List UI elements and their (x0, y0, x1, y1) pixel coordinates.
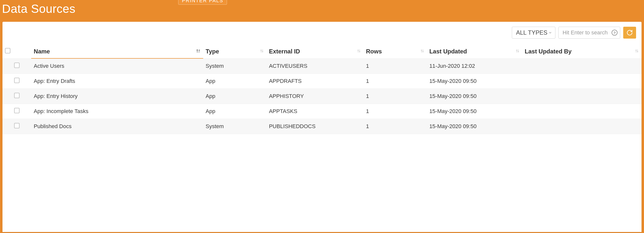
column-header-type[interactable]: Type (203, 43, 266, 59)
chevron-down-icon (548, 31, 552, 35)
column-header-last-updated-by[interactable]: Last Updated By (522, 43, 642, 59)
cell-rows: 1 (364, 89, 427, 104)
sort-icon (196, 48, 201, 53)
cell-last-updated-by (522, 119, 642, 134)
cell-name: Published Docs (31, 119, 203, 134)
help-icon[interactable]: ? (612, 30, 618, 36)
cell-type: App (203, 74, 266, 89)
cell-external-id: APPDRAFTS (266, 74, 364, 89)
cell-last-updated-by (522, 74, 642, 89)
sort-icon (634, 49, 639, 53)
cell-type: App (203, 104, 266, 119)
cell-name: App: Incomplete Tasks (31, 104, 203, 119)
search-field-wrap: ? (558, 27, 620, 39)
row-checkbox[interactable] (14, 108, 20, 113)
row-checkbox[interactable] (14, 63, 20, 68)
sort-icon (357, 49, 361, 53)
column-header-external-id[interactable]: External ID (266, 43, 364, 59)
table-row[interactable]: App: Entry DraftsAppAPPDRAFTS115-May-202… (2, 74, 642, 89)
cell-last-updated: 15-May-2020 09:50 (427, 89, 522, 104)
table-row[interactable]: Published DocsSystemPUBLISHEDDOCS115-May… (2, 119, 642, 134)
cell-external-id: PUBLISHEDDOCS (266, 119, 364, 134)
column-header-name-label: Name (34, 48, 50, 55)
org-badge: PRINTER PALS (178, 0, 227, 5)
column-header-rows[interactable]: Rows (364, 43, 427, 59)
cell-rows: 1 (364, 104, 427, 119)
row-checkbox[interactable] (14, 78, 20, 83)
cell-type: System (203, 59, 266, 74)
table-row[interactable]: Active UsersSystemACTIVEUSERS111-Jun-202… (2, 59, 642, 74)
table-row[interactable]: App: Incomplete TasksAppAPPTASKS115-May-… (2, 104, 642, 119)
cell-last-updated: 15-May-2020 09:50 (427, 119, 522, 134)
type-filter-select[interactable]: ALL TYPES (512, 27, 556, 39)
cell-name: Active Users (31, 59, 203, 74)
sort-icon (420, 49, 424, 53)
refresh-icon (626, 29, 633, 36)
cell-rows: 1 (364, 59, 427, 74)
table-row[interactable]: App: Entry HistoryAppAPPHISTORY115-May-2… (2, 89, 642, 104)
sort-icon (260, 49, 264, 53)
column-header-type-label: Type (206, 48, 219, 55)
cell-last-updated: 15-May-2020 09:50 (427, 104, 522, 119)
cell-last-updated: 11-Jun-2020 12:02 (427, 59, 522, 74)
column-header-rows-label: Rows (366, 48, 382, 55)
cell-name: App: Entry History (31, 89, 203, 104)
row-checkbox[interactable] (14, 123, 20, 128)
cell-external-id: APPTASKS (266, 104, 364, 119)
select-all-checkbox[interactable] (5, 48, 10, 53)
type-filter-label: ALL TYPES (516, 29, 548, 36)
column-header-last-updated[interactable]: Last Updated (427, 43, 522, 59)
cell-last-updated-by (522, 104, 642, 119)
row-checkbox[interactable] (14, 93, 20, 98)
data-sources-table: Name Type External ID (2, 43, 642, 134)
search-input[interactable] (562, 29, 609, 36)
column-header-external-id-label: External ID (269, 48, 300, 55)
column-header-last-updated-label: Last Updated (430, 48, 467, 55)
cell-rows: 1 (364, 119, 427, 134)
cell-external-id: ACTIVEUSERS (266, 59, 364, 74)
cell-last-updated-by (522, 89, 642, 104)
cell-last-updated-by (522, 59, 642, 74)
toolbar: ALL TYPES ? (2, 22, 642, 43)
sort-icon (515, 49, 520, 53)
cell-external-id: APPHISTORY (266, 89, 364, 104)
page-title: Data Sources (2, 2, 76, 15)
cell-rows: 1 (364, 74, 427, 89)
cell-type: System (203, 119, 266, 134)
column-header-name[interactable]: Name (31, 43, 203, 59)
cell-last-updated: 15-May-2020 09:50 (427, 74, 522, 89)
cell-name: App: Entry Drafts (31, 74, 203, 89)
refresh-button[interactable] (623, 27, 636, 39)
cell-type: App (203, 89, 266, 104)
content-card: ALL TYPES ? (2, 22, 642, 232)
column-header-last-updated-by-label: Last Updated By (525, 48, 572, 55)
